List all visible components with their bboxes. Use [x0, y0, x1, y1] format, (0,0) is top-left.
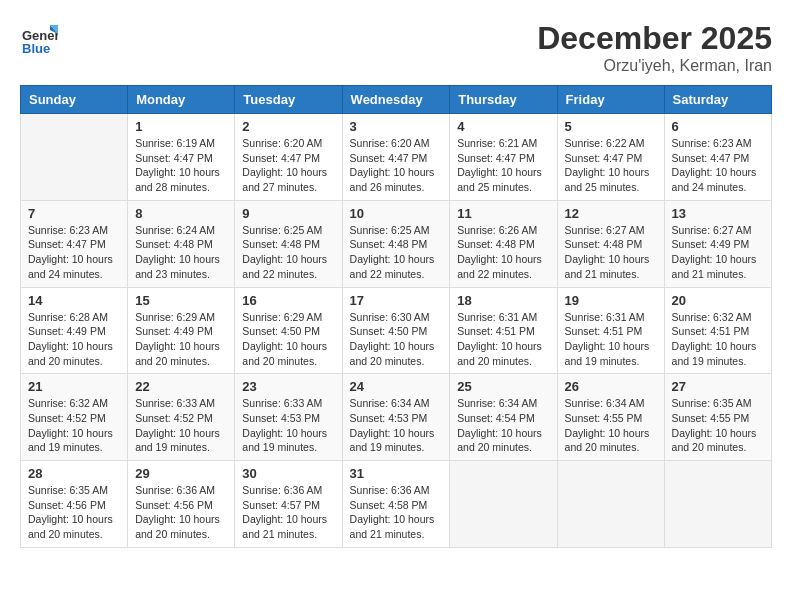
- day-number: 29: [135, 466, 227, 481]
- day-number: 7: [28, 206, 120, 221]
- day-number: 4: [457, 119, 549, 134]
- calendar-cell: 21Sunrise: 6:32 AM Sunset: 4:52 PM Dayli…: [21, 374, 128, 461]
- svg-text:Blue: Blue: [22, 41, 50, 56]
- day-number: 16: [242, 293, 334, 308]
- day-info: Sunrise: 6:20 AM Sunset: 4:47 PM Dayligh…: [350, 136, 443, 195]
- day-number: 9: [242, 206, 334, 221]
- calendar-cell: 10Sunrise: 6:25 AM Sunset: 4:48 PM Dayli…: [342, 200, 450, 287]
- day-number: 27: [672, 379, 764, 394]
- day-header-sunday: Sunday: [21, 86, 128, 114]
- calendar-cell: 25Sunrise: 6:34 AM Sunset: 4:54 PM Dayli…: [450, 374, 557, 461]
- calendar-cell: [664, 461, 771, 548]
- day-number: 22: [135, 379, 227, 394]
- calendar-week-row: 1Sunrise: 6:19 AM Sunset: 4:47 PM Daylig…: [21, 114, 772, 201]
- day-info: Sunrise: 6:24 AM Sunset: 4:48 PM Dayligh…: [135, 223, 227, 282]
- day-number: 11: [457, 206, 549, 221]
- day-number: 17: [350, 293, 443, 308]
- day-info: Sunrise: 6:31 AM Sunset: 4:51 PM Dayligh…: [565, 310, 657, 369]
- title-block: December 2025 Orzu'iyeh, Kerman, Iran: [537, 20, 772, 75]
- calendar-cell: 16Sunrise: 6:29 AM Sunset: 4:50 PM Dayli…: [235, 287, 342, 374]
- day-number: 1: [135, 119, 227, 134]
- day-info: Sunrise: 6:21 AM Sunset: 4:47 PM Dayligh…: [457, 136, 549, 195]
- calendar-cell: 20Sunrise: 6:32 AM Sunset: 4:51 PM Dayli…: [664, 287, 771, 374]
- day-info: Sunrise: 6:35 AM Sunset: 4:56 PM Dayligh…: [28, 483, 120, 542]
- calendar-cell: 22Sunrise: 6:33 AM Sunset: 4:52 PM Dayli…: [128, 374, 235, 461]
- day-info: Sunrise: 6:27 AM Sunset: 4:49 PM Dayligh…: [672, 223, 764, 282]
- day-info: Sunrise: 6:29 AM Sunset: 4:50 PM Dayligh…: [242, 310, 334, 369]
- calendar-cell: 8Sunrise: 6:24 AM Sunset: 4:48 PM Daylig…: [128, 200, 235, 287]
- day-header-saturday: Saturday: [664, 86, 771, 114]
- day-info: Sunrise: 6:29 AM Sunset: 4:49 PM Dayligh…: [135, 310, 227, 369]
- day-number: 30: [242, 466, 334, 481]
- calendar-cell: 1Sunrise: 6:19 AM Sunset: 4:47 PM Daylig…: [128, 114, 235, 201]
- day-info: Sunrise: 6:28 AM Sunset: 4:49 PM Dayligh…: [28, 310, 120, 369]
- day-number: 2: [242, 119, 334, 134]
- day-info: Sunrise: 6:34 AM Sunset: 4:54 PM Dayligh…: [457, 396, 549, 455]
- calendar-cell: 13Sunrise: 6:27 AM Sunset: 4:49 PM Dayli…: [664, 200, 771, 287]
- calendar-week-row: 21Sunrise: 6:32 AM Sunset: 4:52 PM Dayli…: [21, 374, 772, 461]
- day-number: 10: [350, 206, 443, 221]
- logo: General Blue: [20, 20, 58, 62]
- day-number: 28: [28, 466, 120, 481]
- day-header-tuesday: Tuesday: [235, 86, 342, 114]
- day-number: 18: [457, 293, 549, 308]
- calendar-table: SundayMondayTuesdayWednesdayThursdayFrid…: [20, 85, 772, 548]
- calendar-cell: 30Sunrise: 6:36 AM Sunset: 4:57 PM Dayli…: [235, 461, 342, 548]
- calendar-week-row: 7Sunrise: 6:23 AM Sunset: 4:47 PM Daylig…: [21, 200, 772, 287]
- calendar-cell: [450, 461, 557, 548]
- day-number: 3: [350, 119, 443, 134]
- page-header: General Blue December 2025 Orzu'iyeh, Ke…: [20, 20, 772, 75]
- day-info: Sunrise: 6:34 AM Sunset: 4:53 PM Dayligh…: [350, 396, 443, 455]
- calendar-cell: 15Sunrise: 6:29 AM Sunset: 4:49 PM Dayli…: [128, 287, 235, 374]
- day-number: 26: [565, 379, 657, 394]
- calendar-cell: 7Sunrise: 6:23 AM Sunset: 4:47 PM Daylig…: [21, 200, 128, 287]
- day-number: 21: [28, 379, 120, 394]
- day-number: 25: [457, 379, 549, 394]
- calendar-cell: 24Sunrise: 6:34 AM Sunset: 4:53 PM Dayli…: [342, 374, 450, 461]
- day-info: Sunrise: 6:36 AM Sunset: 4:56 PM Dayligh…: [135, 483, 227, 542]
- day-header-thursday: Thursday: [450, 86, 557, 114]
- day-number: 24: [350, 379, 443, 394]
- month-title: December 2025: [537, 20, 772, 57]
- day-info: Sunrise: 6:32 AM Sunset: 4:51 PM Dayligh…: [672, 310, 764, 369]
- calendar-cell: 4Sunrise: 6:21 AM Sunset: 4:47 PM Daylig…: [450, 114, 557, 201]
- calendar-cell: 14Sunrise: 6:28 AM Sunset: 4:49 PM Dayli…: [21, 287, 128, 374]
- calendar-cell: 17Sunrise: 6:30 AM Sunset: 4:50 PM Dayli…: [342, 287, 450, 374]
- calendar-cell: 6Sunrise: 6:23 AM Sunset: 4:47 PM Daylig…: [664, 114, 771, 201]
- day-info: Sunrise: 6:33 AM Sunset: 4:52 PM Dayligh…: [135, 396, 227, 455]
- calendar-cell: 23Sunrise: 6:33 AM Sunset: 4:53 PM Dayli…: [235, 374, 342, 461]
- calendar-cell: 26Sunrise: 6:34 AM Sunset: 4:55 PM Dayli…: [557, 374, 664, 461]
- calendar-cell: 11Sunrise: 6:26 AM Sunset: 4:48 PM Dayli…: [450, 200, 557, 287]
- location-subtitle: Orzu'iyeh, Kerman, Iran: [537, 57, 772, 75]
- calendar-cell: 19Sunrise: 6:31 AM Sunset: 4:51 PM Dayli…: [557, 287, 664, 374]
- day-number: 12: [565, 206, 657, 221]
- day-number: 6: [672, 119, 764, 134]
- day-info: Sunrise: 6:25 AM Sunset: 4:48 PM Dayligh…: [350, 223, 443, 282]
- day-header-monday: Monday: [128, 86, 235, 114]
- calendar-cell: 3Sunrise: 6:20 AM Sunset: 4:47 PM Daylig…: [342, 114, 450, 201]
- calendar-cell: 2Sunrise: 6:20 AM Sunset: 4:47 PM Daylig…: [235, 114, 342, 201]
- day-header-wednesday: Wednesday: [342, 86, 450, 114]
- calendar-cell: 18Sunrise: 6:31 AM Sunset: 4:51 PM Dayli…: [450, 287, 557, 374]
- calendar-week-row: 28Sunrise: 6:35 AM Sunset: 4:56 PM Dayli…: [21, 461, 772, 548]
- day-info: Sunrise: 6:32 AM Sunset: 4:52 PM Dayligh…: [28, 396, 120, 455]
- day-number: 5: [565, 119, 657, 134]
- day-info: Sunrise: 6:35 AM Sunset: 4:55 PM Dayligh…: [672, 396, 764, 455]
- day-info: Sunrise: 6:23 AM Sunset: 4:47 PM Dayligh…: [672, 136, 764, 195]
- calendar-header-row: SundayMondayTuesdayWednesdayThursdayFrid…: [21, 86, 772, 114]
- day-number: 14: [28, 293, 120, 308]
- calendar-cell: 12Sunrise: 6:27 AM Sunset: 4:48 PM Dayli…: [557, 200, 664, 287]
- logo-icon: General Blue: [20, 20, 58, 58]
- calendar-cell: 29Sunrise: 6:36 AM Sunset: 4:56 PM Dayli…: [128, 461, 235, 548]
- day-number: 31: [350, 466, 443, 481]
- day-info: Sunrise: 6:36 AM Sunset: 4:58 PM Dayligh…: [350, 483, 443, 542]
- day-info: Sunrise: 6:25 AM Sunset: 4:48 PM Dayligh…: [242, 223, 334, 282]
- calendar-cell: 28Sunrise: 6:35 AM Sunset: 4:56 PM Dayli…: [21, 461, 128, 548]
- day-number: 23: [242, 379, 334, 394]
- day-info: Sunrise: 6:33 AM Sunset: 4:53 PM Dayligh…: [242, 396, 334, 455]
- day-info: Sunrise: 6:19 AM Sunset: 4:47 PM Dayligh…: [135, 136, 227, 195]
- calendar-cell: 27Sunrise: 6:35 AM Sunset: 4:55 PM Dayli…: [664, 374, 771, 461]
- day-number: 20: [672, 293, 764, 308]
- day-info: Sunrise: 6:30 AM Sunset: 4:50 PM Dayligh…: [350, 310, 443, 369]
- day-info: Sunrise: 6:34 AM Sunset: 4:55 PM Dayligh…: [565, 396, 657, 455]
